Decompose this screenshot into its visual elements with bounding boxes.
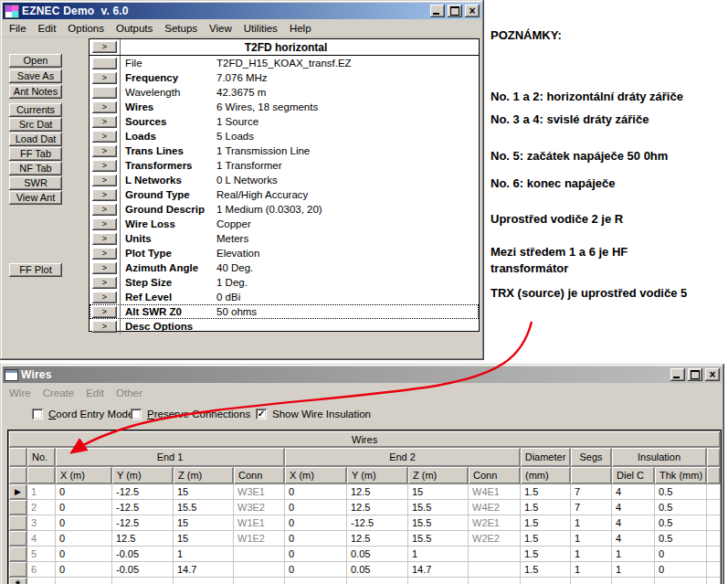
row-selector[interactable]	[9, 531, 27, 547]
cell-spare[interactable]	[707, 500, 721, 515]
checkbox-box[interactable]	[32, 409, 43, 419]
sidebar-button-open[interactable]: Open	[9, 54, 62, 68]
cell-end1-y[interactable]: -0.05	[112, 547, 174, 562]
wire-row-3[interactable]: 30-12.515W1E10-12.515.5W2E11.5140.5	[9, 515, 721, 531]
cell-end1-x[interactable]: 0	[56, 500, 112, 515]
cell-end1-y[interactable]: -0.05	[112, 562, 174, 578]
cell-no[interactable]: 5	[27, 547, 56, 562]
wire-row-5[interactable]: 50-0.05100.0511.5110	[9, 547, 721, 562]
cell-diel-c[interactable]: 4	[612, 515, 655, 531]
cell-no[interactable]: 2	[27, 500, 56, 515]
row-selector[interactable]: ▶	[9, 484, 27, 500]
cell-end2-conn[interactable]: W4E1	[469, 484, 521, 500]
cell-end1-z[interactable]: 1	[174, 547, 234, 562]
cell-diel-c[interactable]: 1	[612, 562, 655, 578]
cell-end1-x[interactable]: 0	[56, 515, 112, 531]
wires-menu-item-create[interactable]: Create	[43, 388, 75, 398]
checkbox-box[interactable]	[131, 409, 142, 419]
cell-end2-z[interactable]: 15.5	[408, 500, 469, 515]
close-button[interactable]: ×	[465, 5, 480, 17]
expand-row-button[interactable]: >	[92, 101, 117, 113]
menu-item-file[interactable]: File	[9, 23, 26, 34]
cell-segs[interactable]: 1	[571, 531, 612, 547]
sidebar-button-src-dat[interactable]: Src Dat	[9, 118, 62, 132]
expand-row-button[interactable]: >	[92, 321, 117, 333]
new-row-selector[interactable]: *	[9, 578, 27, 584]
menu-item-edit[interactable]: Edit	[38, 23, 57, 34]
expand-row-button[interactable]	[92, 87, 117, 99]
cell-diel-c[interactable]: 4	[612, 531, 655, 547]
cell-diameter[interactable]: 1.5	[521, 515, 571, 531]
menu-item-setups[interactable]: Setups	[164, 23, 197, 34]
menu-item-outputs[interactable]: Outputs	[116, 23, 153, 34]
cell-end2-y[interactable]: 12.5	[347, 484, 408, 500]
cell-end2-conn[interactable]: W2E2	[469, 531, 521, 547]
expand-row-button[interactable]: >	[92, 277, 117, 289]
wire-row-2[interactable]: 20-12.515.5W3E2012.515.5W4E21.5740.5	[9, 500, 721, 515]
cell-end2-z[interactable]: 15.5	[408, 515, 469, 531]
cell-end2-x[interactable]: 0	[285, 531, 347, 547]
cell-end1-x[interactable]: 0	[56, 547, 112, 562]
wires-maximize-button[interactable]	[688, 368, 702, 381]
menu-item-view[interactable]: View	[209, 23, 232, 34]
menu-item-utilities[interactable]: Utilities	[244, 23, 278, 34]
expand-row-button[interactable]: >	[92, 306, 117, 318]
cell-end2-z[interactable]: 14.7	[408, 562, 469, 578]
expand-row-button[interactable]: >	[92, 175, 117, 186]
cell-spare[interactable]	[707, 547, 721, 562]
new-wire-row[interactable]: *	[9, 578, 721, 584]
menu-item-help[interactable]: Help	[290, 23, 311, 34]
cell-end1-y[interactable]: -12.5	[112, 500, 174, 515]
cell-no[interactable]: 3	[27, 515, 56, 531]
wire-row-6[interactable]: 60-0.0514.700.0514.71.5110	[9, 562, 721, 578]
expand-row-button[interactable]: >	[92, 248, 117, 260]
cell-spare[interactable]	[707, 484, 721, 500]
cell-thk[interactable]: 0.5	[655, 500, 707, 515]
expand-row-button[interactable]: >	[92, 160, 117, 172]
cell-diameter[interactable]: 1.5	[521, 531, 571, 547]
expand-row-button[interactable]: >	[92, 145, 117, 157]
cell-no[interactable]: 4	[27, 531, 56, 547]
expand-row-button[interactable]: >	[92, 233, 117, 245]
wires-titlebar[interactable]: Wires ×	[3, 366, 722, 383]
cell-end1-z[interactable]: 15	[174, 484, 234, 500]
sidebar-button-view-ant[interactable]: View Ant	[9, 191, 62, 205]
maximize-button[interactable]	[448, 5, 462, 17]
cell-end2-z[interactable]: 1	[408, 547, 469, 562]
cell-end1-conn[interactable]: W3E2	[234, 500, 285, 515]
row-selector[interactable]	[9, 562, 27, 578]
cell-end2-y[interactable]: 12.5	[347, 531, 408, 547]
cell-end1-conn[interactable]: W1E1	[234, 515, 285, 531]
cell-diameter[interactable]: 1.5	[521, 562, 571, 578]
expand-row-button[interactable]: >	[92, 116, 117, 128]
sidebar-button-swr[interactable]: SWR	[9, 176, 62, 190]
cell-end1-y[interactable]: -12.5	[112, 484, 174, 500]
sidebar-button-nf-tab[interactable]: NF Tab	[9, 162, 62, 175]
sidebar-button-ff-plot[interactable]: FF Plot	[9, 263, 62, 277]
wires-menu-item-other[interactable]: Other	[116, 388, 142, 398]
cell-end2-conn[interactable]	[469, 547, 521, 562]
cell-diel-c[interactable]: 1	[612, 547, 655, 562]
wires-menu-item-wire[interactable]: Wire	[9, 388, 31, 398]
cell-segs[interactable]: 7	[571, 500, 612, 515]
sidebar-button-currents[interactable]: Currents	[9, 103, 62, 117]
cell-spare[interactable]	[707, 515, 721, 531]
cell-spare[interactable]	[707, 531, 721, 547]
cell-end1-conn[interactable]	[234, 547, 285, 562]
cell-end1-z[interactable]: 15	[174, 515, 234, 531]
cell-diel-c[interactable]: 4	[612, 500, 655, 515]
wires-minimize-button[interactable]	[670, 368, 685, 381]
cell-end2-y[interactable]: -12.5	[347, 515, 408, 531]
row-selector[interactable]	[9, 500, 27, 515]
cell-end1-z[interactable]: 15	[174, 531, 234, 547]
cell-diameter[interactable]: 1.5	[521, 484, 571, 500]
cell-segs[interactable]: 1	[571, 562, 612, 578]
cell-end2-x[interactable]: 0	[285, 562, 347, 578]
checkbox-preserve-connections[interactable]: Preserve Connections	[131, 407, 250, 421]
cell-end1-y[interactable]: -12.5	[112, 515, 174, 531]
expand-row-button[interactable]: >	[92, 72, 117, 84]
expand-row-button[interactable]: >	[92, 189, 117, 201]
cell-end2-z[interactable]: 15.5	[408, 531, 469, 547]
cell-end2-x[interactable]: 0	[285, 500, 347, 515]
expand-row-button[interactable]: >	[92, 262, 117, 274]
